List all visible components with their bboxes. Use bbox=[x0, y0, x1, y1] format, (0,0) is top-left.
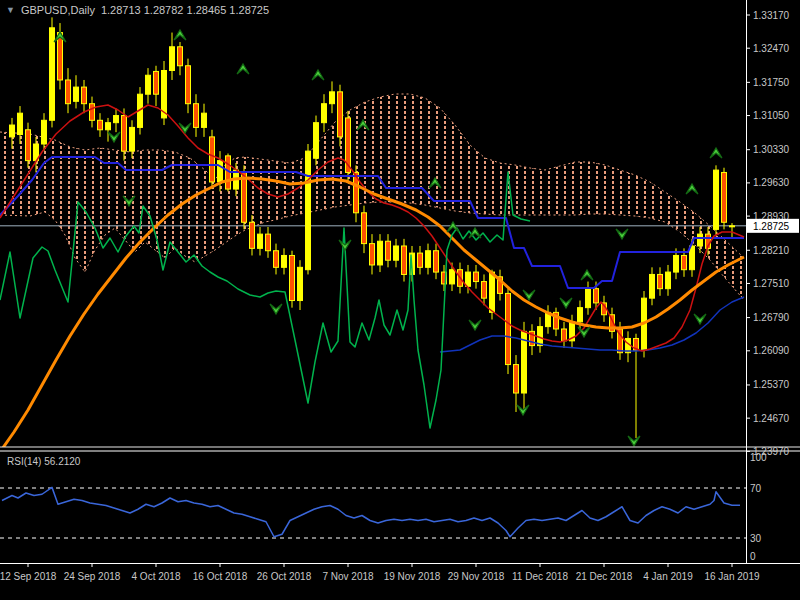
down-arrow-icon bbox=[108, 132, 120, 142]
price-tick-label: 1.30330 bbox=[753, 144, 790, 155]
down-arrow-icon bbox=[694, 314, 706, 324]
rsi-indicator-label: RSI(14) 56.2120 bbox=[7, 456, 80, 467]
down-arrow-icon bbox=[270, 304, 282, 314]
up-arrow-icon bbox=[710, 148, 722, 158]
price-tick-label: 1.32470 bbox=[753, 43, 790, 54]
date-tick-label: 16 Oct 2018 bbox=[193, 571, 248, 582]
up-arrow-icon bbox=[312, 70, 324, 80]
price-tick-label: 1.28210 bbox=[753, 245, 790, 256]
down-arrow-icon bbox=[517, 405, 529, 415]
date-axis-labels[interactable]: 12 Sep 201824 Sep 20184 Oct 201816 Oct 2… bbox=[0, 563, 760, 582]
svg-text:70: 70 bbox=[750, 483, 762, 494]
rsi-line bbox=[2, 487, 740, 536]
price-tick-label: 1.24670 bbox=[753, 413, 790, 424]
date-tick-label: 7 Nov 2018 bbox=[322, 571, 374, 582]
price-tick-label: 1.27510 bbox=[753, 278, 790, 289]
price-tick-label: 1.23970 bbox=[753, 446, 790, 457]
date-tick-label: 26 Oct 2018 bbox=[257, 571, 312, 582]
down-arrow-icon bbox=[469, 320, 481, 330]
date-tick-label: 4 Jan 2019 bbox=[643, 571, 693, 582]
down-triangle-icon[interactable]: ▼ bbox=[6, 5, 15, 15]
rsi-panel[interactable]: 10070300 bbox=[0, 452, 767, 562]
price-tick-label: 1.33170 bbox=[753, 10, 790, 21]
date-tick-label: 29 Nov 2018 bbox=[448, 571, 505, 582]
up-arrow-icon bbox=[686, 184, 698, 194]
axes bbox=[0, 0, 800, 564]
price-tick-label: 1.31750 bbox=[753, 77, 790, 88]
bid-price-tag-text: 1.28725 bbox=[753, 221, 790, 232]
price-tick-label: 1.31050 bbox=[753, 110, 790, 121]
price-tick-label: 1.29630 bbox=[753, 177, 790, 188]
down-arrow-icon bbox=[560, 298, 572, 308]
up-arrow-icon bbox=[581, 270, 593, 280]
mt4-chart-window: 10070300 1.331701.324701.317501.310501.3… bbox=[0, 0, 800, 600]
date-tick-label: 4 Oct 2018 bbox=[132, 571, 181, 582]
price-tick-label: 1.25370 bbox=[753, 379, 790, 390]
price-axis-labels[interactable]: 1.331701.324701.317501.310501.303301.296… bbox=[746, 10, 799, 457]
price-tick-label: 1.26090 bbox=[753, 345, 790, 356]
down-arrow-icon bbox=[616, 229, 628, 239]
title-ohlc-values: 1.28713 1.28782 1.28465 1.28725 bbox=[101, 4, 269, 16]
date-tick-label: 16 Jan 2019 bbox=[704, 571, 759, 582]
down-arrow-icon bbox=[523, 290, 535, 300]
svg-text:0: 0 bbox=[750, 551, 756, 562]
up-arrow-icon bbox=[237, 64, 249, 74]
date-tick-label: 24 Sep 2018 bbox=[64, 571, 121, 582]
down-arrow-icon bbox=[179, 123, 191, 133]
date-tick-label: 19 Nov 2018 bbox=[384, 571, 441, 582]
title-symbol: GBPUSD,Daily bbox=[21, 4, 95, 16]
date-tick-label: 11 Dec 2018 bbox=[512, 571, 568, 582]
up-arrow-icon bbox=[174, 30, 186, 40]
date-tick-label: 12 Sep 2018 bbox=[0, 571, 57, 582]
down-arrow-icon bbox=[628, 436, 640, 446]
chart-canvas[interactable]: 10070300 1.331701.324701.317501.310501.3… bbox=[0, 0, 800, 600]
price-tick-label: 1.26790 bbox=[753, 312, 790, 323]
up-arrow-icon bbox=[447, 222, 459, 232]
chart-title: ▼ GBPUSD,Daily 1.28713 1.28782 1.28465 1… bbox=[6, 4, 269, 16]
date-tick-label: 21 Dec 2018 bbox=[576, 571, 633, 582]
svg-text:30: 30 bbox=[750, 533, 762, 544]
